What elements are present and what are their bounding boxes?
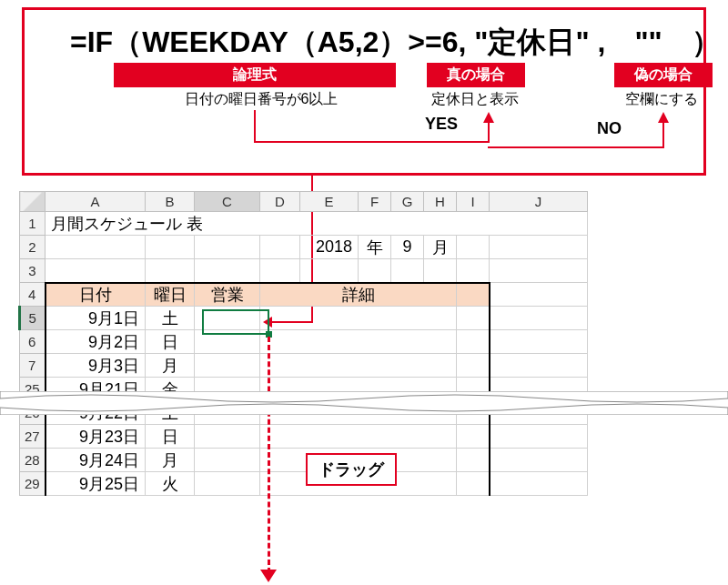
cell[interactable] <box>457 330 490 354</box>
cell[interactable] <box>457 236 490 259</box>
cell-open[interactable] <box>195 449 260 472</box>
header-wday[interactable]: 曜日 <box>146 283 195 307</box>
cell-open[interactable] <box>195 425 260 449</box>
cell[interactable] <box>260 236 300 259</box>
col-header-I[interactable]: I <box>457 192 490 212</box>
cell-wday[interactable]: 土 <box>146 307 195 330</box>
cell-wday[interactable]: 月 <box>146 449 195 472</box>
cell-open[interactable] <box>195 354 260 378</box>
cell-open[interactable] <box>195 330 260 354</box>
cell[interactable] <box>300 259 359 283</box>
cell-open[interactable] <box>195 307 260 330</box>
badge-false: 偽の場合 <box>614 63 713 87</box>
cell-detail[interactable] <box>260 425 457 449</box>
col-header-F[interactable]: F <box>359 192 391 212</box>
cell[interactable] <box>490 330 588 354</box>
col-header-D[interactable]: D <box>260 192 300 212</box>
connector-line <box>488 146 663 148</box>
header-date[interactable]: 日付 <box>46 283 146 307</box>
cell-wday[interactable]: 日 <box>146 425 195 449</box>
row-header-3[interactable]: 3 <box>20 259 46 283</box>
cell[interactable] <box>490 354 588 378</box>
cell[interactable] <box>46 259 146 283</box>
cell-title[interactable]: 月間スケジュール 表 <box>46 212 588 236</box>
cell[interactable] <box>260 259 300 283</box>
cell[interactable] <box>457 283 490 307</box>
spreadsheet: A B C D E F G H I J 1 月間スケジュール 表 2 2018 … <box>18 191 588 496</box>
cell[interactable] <box>195 259 260 283</box>
cell[interactable] <box>195 236 260 259</box>
cell[interactable] <box>391 259 424 283</box>
cell[interactable] <box>457 449 490 472</box>
cell[interactable] <box>490 236 588 259</box>
cell[interactable] <box>490 307 588 330</box>
row-header-2[interactable]: 2 <box>20 236 46 259</box>
row-header-6[interactable]: 6 <box>20 330 46 354</box>
cell-detail[interactable] <box>260 354 457 378</box>
cell-detail[interactable] <box>260 330 457 354</box>
cell-date[interactable]: 9月24日 <box>46 449 146 472</box>
badge-true: 真の場合 <box>427 63 525 87</box>
header-open[interactable]: 営業 <box>195 283 260 307</box>
select-all-corner[interactable] <box>20 192 46 212</box>
cell[interactable] <box>490 449 588 472</box>
cell-year-label[interactable]: 年 <box>359 236 391 259</box>
badge-logic: 論理式 <box>114 63 396 87</box>
cell-date[interactable]: 9月3日 <box>46 354 146 378</box>
desc-false: 空欄にする <box>607 90 716 109</box>
cell-wday[interactable]: 月 <box>146 354 195 378</box>
formula-text: =IF（WEEKDAY（A5,2）>=6, "定休日" , "" ） <box>70 23 721 63</box>
cell-date[interactable]: 9月23日 <box>46 425 146 449</box>
cell-detail[interactable] <box>260 307 457 330</box>
cell[interactable] <box>457 354 490 378</box>
cell-date[interactable]: 9月25日 <box>46 472 146 496</box>
col-header-B[interactable]: B <box>146 192 195 212</box>
cell[interactable] <box>490 283 588 307</box>
cell-wday[interactable]: 日 <box>146 330 195 354</box>
cell-month-label[interactable]: 月 <box>424 236 457 259</box>
cell[interactable] <box>424 259 457 283</box>
cell-open[interactable] <box>195 472 260 496</box>
cell-wday[interactable]: 火 <box>146 472 195 496</box>
row-header-28[interactable]: 28 <box>20 449 46 472</box>
cell-date[interactable]: 9月1日 <box>46 307 146 330</box>
row-header-27[interactable]: 27 <box>20 425 46 449</box>
col-header-A[interactable]: A <box>46 192 146 212</box>
desc-true: 定休日と表示 <box>416 90 534 109</box>
yes-label: YES <box>425 115 458 134</box>
page-break-tear <box>0 391 728 415</box>
row-header-29[interactable]: 29 <box>20 472 46 496</box>
cell[interactable] <box>146 236 195 259</box>
spreadsheet-grid[interactable]: A B C D E F G H I J 1 月間スケジュール 表 2 2018 … <box>18 191 588 496</box>
cell[interactable] <box>457 472 490 496</box>
col-header-C[interactable]: C <box>195 192 260 212</box>
arrow-down-icon <box>260 570 277 582</box>
row-header-5[interactable]: 5 <box>20 307 46 330</box>
connector-line <box>488 121 490 143</box>
cell-date[interactable]: 9月2日 <box>46 330 146 354</box>
col-header-J[interactable]: J <box>490 192 588 212</box>
cell[interactable] <box>457 425 490 449</box>
cell-year[interactable]: 2018 <box>300 236 359 259</box>
cell[interactable] <box>490 472 588 496</box>
cell[interactable] <box>490 425 588 449</box>
cell[interactable] <box>457 307 490 330</box>
cell[interactable] <box>490 259 588 283</box>
row-header-4[interactable]: 4 <box>20 283 46 307</box>
header-detail[interactable]: 詳細 <box>260 283 457 307</box>
row-header-7[interactable]: 7 <box>20 354 46 378</box>
cell[interactable] <box>146 259 195 283</box>
cell[interactable] <box>46 236 146 259</box>
drag-label: ドラッグ <box>306 453 397 486</box>
row-header-1[interactable]: 1 <box>20 212 46 236</box>
col-header-H[interactable]: H <box>424 192 457 212</box>
col-header-G[interactable]: G <box>391 192 424 212</box>
cell-month[interactable]: 9 <box>391 236 424 259</box>
cell[interactable] <box>457 259 490 283</box>
formula-annotation-box: =IF（WEEKDAY（A5,2）>=6, "定休日" , "" ） 論理式 真… <box>22 7 706 176</box>
cell[interactable] <box>359 259 391 283</box>
connector-line <box>254 141 489 143</box>
desc-logic: 日付の曜日番号が6以上 <box>161 90 361 109</box>
col-header-E[interactable]: E <box>300 192 359 212</box>
connector-line <box>254 110 256 143</box>
